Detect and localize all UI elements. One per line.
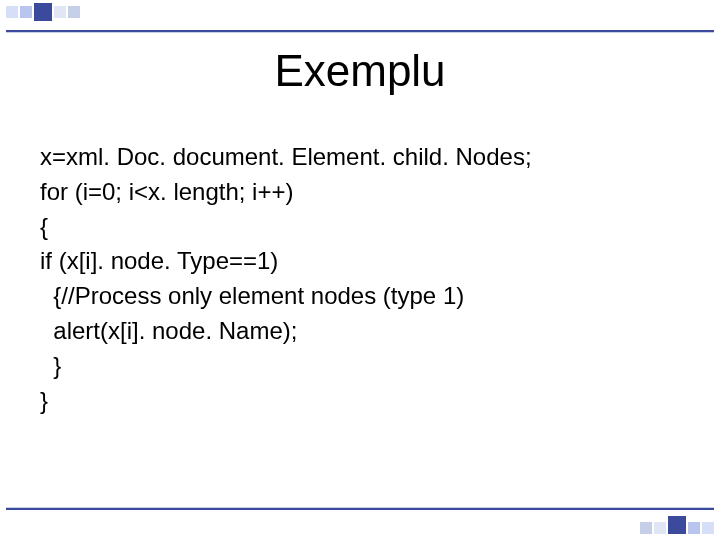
deco-square xyxy=(6,6,18,18)
rule-top xyxy=(6,30,714,33)
deco-square xyxy=(54,6,66,18)
deco-square xyxy=(688,522,700,534)
deco-square xyxy=(34,3,52,21)
deco-square xyxy=(20,6,32,18)
code-block: x=xml. Doc. document. Element. child. No… xyxy=(40,140,680,418)
corner-squares-bottom xyxy=(640,519,714,534)
deco-square xyxy=(702,522,714,534)
slide-title: Exemplu xyxy=(0,46,720,96)
slide: Exemplu x=xml. Doc. document. Element. c… xyxy=(0,0,720,540)
corner-squares-top xyxy=(6,6,80,21)
deco-square xyxy=(640,522,652,534)
code-line: { xyxy=(40,213,48,240)
code-line: } xyxy=(40,352,61,379)
rule-bottom xyxy=(6,507,714,510)
deco-square xyxy=(68,6,80,18)
code-line: if (x[i]. node. Type==1) xyxy=(40,247,278,274)
code-line: } xyxy=(40,387,48,414)
deco-square xyxy=(654,522,666,534)
deco-square xyxy=(668,516,686,534)
code-line: for (i=0; i<x. length; i++) xyxy=(40,178,293,205)
code-line: x=xml. Doc. document. Element. child. No… xyxy=(40,143,532,170)
code-line: alert(x[i]. node. Name); xyxy=(40,317,297,344)
code-line: {//Process only element nodes (type 1) xyxy=(40,282,464,309)
